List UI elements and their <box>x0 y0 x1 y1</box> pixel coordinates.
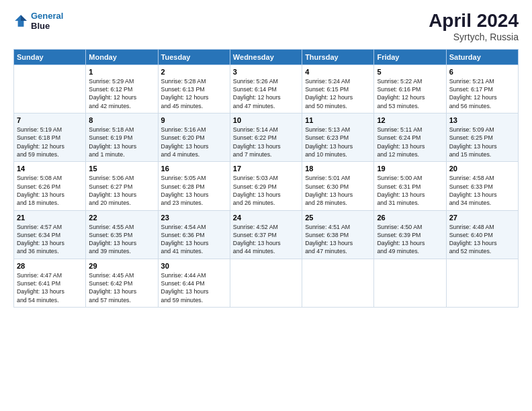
calendar-cell <box>446 259 518 307</box>
calendar-cell: 29Sunrise: 4:45 AMSunset: 6:42 PMDayligh… <box>86 259 158 307</box>
day-info: Sunrise: 5:01 AMSunset: 6:30 PMDaylight:… <box>305 174 371 207</box>
day-info: Sunrise: 5:19 AMSunset: 6:18 PMDaylight:… <box>17 126 83 158</box>
day-info: Sunrise: 4:44 AMSunset: 6:44 PMDaylight:… <box>161 271 227 304</box>
weekday-header: Monday <box>86 49 158 64</box>
calendar-cell: 11Sunrise: 5:13 AMSunset: 6:23 PMDayligh… <box>302 113 374 162</box>
day-info: Sunrise: 5:28 AMSunset: 6:13 PMDaylight:… <box>161 77 227 110</box>
calendar-cell: 25Sunrise: 4:51 AMSunset: 6:38 PMDayligh… <box>302 210 374 259</box>
day-info: Sunrise: 5:11 AMSunset: 6:24 PMDaylight:… <box>377 126 443 158</box>
calendar-cell <box>230 259 302 307</box>
day-number: 10 <box>233 116 299 124</box>
weekday-header: Sunday <box>14 49 86 64</box>
day-number: 12 <box>377 116 443 124</box>
calendar-week-row: 7Sunrise: 5:19 AMSunset: 6:18 PMDaylight… <box>14 113 519 162</box>
day-number: 23 <box>161 214 227 222</box>
day-number: 27 <box>449 214 515 222</box>
calendar-cell: 24Sunrise: 4:52 AMSunset: 6:37 PMDayligh… <box>230 210 302 259</box>
day-number: 25 <box>305 214 371 222</box>
day-info: Sunrise: 4:54 AMSunset: 6:36 PMDaylight:… <box>161 223 227 256</box>
logo-icon <box>13 13 28 28</box>
day-info: Sunrise: 4:48 AMSunset: 6:40 PMDaylight:… <box>449 223 515 256</box>
calendar-cell <box>14 64 86 113</box>
day-info: Sunrise: 4:47 AMSunset: 6:41 PMDaylight:… <box>17 271 83 304</box>
svg-marker-1 <box>21 15 27 21</box>
calendar-cell: 23Sunrise: 4:54 AMSunset: 6:36 PMDayligh… <box>158 210 230 259</box>
day-number: 28 <box>17 262 83 270</box>
calendar-cell: 19Sunrise: 5:00 AMSunset: 6:31 PMDayligh… <box>374 162 446 210</box>
calendar-cell: 10Sunrise: 5:14 AMSunset: 6:22 PMDayligh… <box>230 113 302 162</box>
calendar-cell: 14Sunrise: 5:08 AMSunset: 6:26 PMDayligh… <box>14 162 86 210</box>
day-number: 19 <box>377 165 443 173</box>
day-info: Sunrise: 5:06 AMSunset: 6:27 PMDaylight:… <box>89 174 154 207</box>
calendar-cell: 26Sunrise: 4:50 AMSunset: 6:39 PMDayligh… <box>374 210 446 259</box>
day-number: 22 <box>89 214 154 222</box>
calendar-week-row: 14Sunrise: 5:08 AMSunset: 6:26 PMDayligh… <box>14 162 519 210</box>
day-number: 5 <box>377 68 443 76</box>
day-number: 8 <box>89 116 154 124</box>
weekday-header: Tuesday <box>158 49 230 64</box>
calendar-cell: 2Sunrise: 5:28 AMSunset: 6:13 PMDaylight… <box>158 64 230 113</box>
day-number: 3 <box>233 68 299 76</box>
calendar-cell: 13Sunrise: 5:09 AMSunset: 6:25 PMDayligh… <box>446 113 518 162</box>
calendar-cell: 20Sunrise: 4:58 AMSunset: 6:33 PMDayligh… <box>446 162 518 210</box>
day-info: Sunrise: 5:18 AMSunset: 6:19 PMDaylight:… <box>89 126 154 158</box>
main-title: April 2024 <box>429 11 519 32</box>
calendar-cell: 27Sunrise: 4:48 AMSunset: 6:40 PMDayligh… <box>446 210 518 259</box>
weekday-header-row: SundayMondayTuesdayWednesdayThursdayFrid… <box>14 49 519 64</box>
day-info: Sunrise: 4:51 AMSunset: 6:38 PMDaylight:… <box>305 223 371 256</box>
calendar-cell: 8Sunrise: 5:18 AMSunset: 6:19 PMDaylight… <box>86 113 158 162</box>
calendar-cell: 16Sunrise: 5:05 AMSunset: 6:28 PMDayligh… <box>158 162 230 210</box>
subtitle: Syrtych, Russia <box>429 32 519 42</box>
day-number: 20 <box>449 165 515 173</box>
day-info: Sunrise: 5:24 AMSunset: 6:15 PMDaylight:… <box>305 77 371 110</box>
day-number: 15 <box>89 165 154 173</box>
day-info: Sunrise: 5:29 AMSunset: 6:12 PMDaylight:… <box>89 77 154 110</box>
calendar-cell: 4Sunrise: 5:24 AMSunset: 6:15 PMDaylight… <box>302 64 374 113</box>
calendar-cell: 12Sunrise: 5:11 AMSunset: 6:24 PMDayligh… <box>374 113 446 162</box>
day-number: 14 <box>17 165 83 173</box>
day-info: Sunrise: 5:14 AMSunset: 6:22 PMDaylight:… <box>233 126 299 158</box>
day-info: Sunrise: 5:16 AMSunset: 6:20 PMDaylight:… <box>161 126 227 158</box>
day-info: Sunrise: 5:22 AMSunset: 6:16 PMDaylight:… <box>377 77 443 110</box>
calendar-cell: 21Sunrise: 4:57 AMSunset: 6:34 PMDayligh… <box>14 210 86 259</box>
calendar-cell: 9Sunrise: 5:16 AMSunset: 6:20 PMDaylight… <box>158 113 230 162</box>
day-number: 21 <box>17 214 83 222</box>
weekday-header: Wednesday <box>230 49 302 64</box>
day-info: Sunrise: 5:05 AMSunset: 6:28 PMDaylight:… <box>161 174 227 207</box>
day-number: 16 <box>161 165 227 173</box>
day-number: 17 <box>233 165 299 173</box>
calendar-cell: 18Sunrise: 5:01 AMSunset: 6:30 PMDayligh… <box>302 162 374 210</box>
day-number: 2 <box>161 68 227 76</box>
day-number: 1 <box>89 68 154 76</box>
logo: GeneralBlue <box>13 11 63 31</box>
calendar-cell <box>374 259 446 307</box>
day-info: Sunrise: 4:50 AMSunset: 6:39 PMDaylight:… <box>377 223 443 256</box>
day-info: Sunrise: 5:09 AMSunset: 6:25 PMDaylight:… <box>449 126 515 158</box>
calendar-cell: 3Sunrise: 5:26 AMSunset: 6:14 PMDaylight… <box>230 64 302 113</box>
day-info: Sunrise: 5:26 AMSunset: 6:14 PMDaylight:… <box>233 77 299 110</box>
weekday-header: Friday <box>374 49 446 64</box>
day-info: Sunrise: 5:00 AMSunset: 6:31 PMDaylight:… <box>377 174 443 207</box>
weekday-header: Saturday <box>446 49 518 64</box>
day-number: 18 <box>305 165 371 173</box>
calendar-table: SundayMondayTuesdayWednesdayThursdayFrid… <box>13 49 519 308</box>
day-number: 4 <box>305 68 371 76</box>
day-number: 6 <box>449 68 515 76</box>
day-number: 24 <box>233 214 299 222</box>
day-number: 7 <box>17 116 83 124</box>
logo-text: GeneralBlue <box>31 11 63 31</box>
calendar-cell: 1Sunrise: 5:29 AMSunset: 6:12 PMDaylight… <box>86 64 158 113</box>
day-number: 29 <box>89 262 154 270</box>
calendar-cell <box>302 259 374 307</box>
day-info: Sunrise: 5:08 AMSunset: 6:26 PMDaylight:… <box>17 174 83 207</box>
day-number: 30 <box>161 262 227 270</box>
day-number: 11 <box>305 116 371 124</box>
day-info: Sunrise: 4:58 AMSunset: 6:33 PMDaylight:… <box>449 174 515 207</box>
day-info: Sunrise: 4:55 AMSunset: 6:35 PMDaylight:… <box>89 223 154 256</box>
day-info: Sunrise: 4:57 AMSunset: 6:34 PMDaylight:… <box>17 223 83 256</box>
day-info: Sunrise: 5:03 AMSunset: 6:29 PMDaylight:… <box>233 174 299 207</box>
calendar-cell: 22Sunrise: 4:55 AMSunset: 6:35 PMDayligh… <box>86 210 158 259</box>
weekday-header: Thursday <box>302 49 374 64</box>
calendar-cell: 6Sunrise: 5:21 AMSunset: 6:17 PMDaylight… <box>446 64 518 113</box>
day-info: Sunrise: 5:21 AMSunset: 6:17 PMDaylight:… <box>449 77 515 110</box>
